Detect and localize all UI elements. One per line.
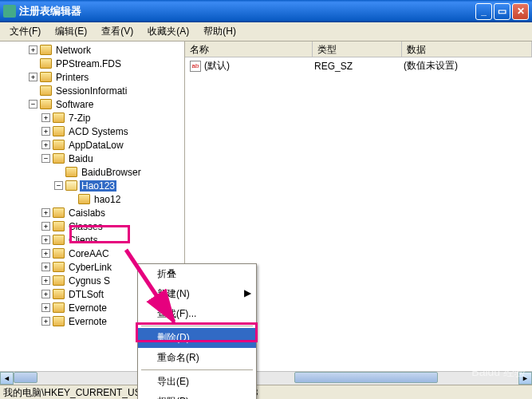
menu-help[interactable]: 帮助(H) [197,23,242,40]
expand-icon[interactable]: + [41,317,50,326]
collapse-icon[interactable]: − [41,154,50,163]
folder-icon [53,248,65,259]
scroll-thumb[interactable] [14,372,37,383]
node-label: CoreAAC [67,248,111,259]
node-label: 7-Zip [67,113,92,124]
node-label: Printers [54,72,90,83]
expand-spacer [29,86,37,95]
value-name: (默认) [204,59,314,73]
close-button[interactable]: ✕ [512,3,529,20]
folder-icon [40,72,52,82]
collapse-icon[interactable]: − [29,100,37,109]
tree-node[interactable]: +Clients [3,233,184,247]
tree-node[interactable]: +Classes [3,219,184,233]
cm-export[interactable]: 导出(E) [138,372,256,392]
expand-icon[interactable]: + [41,127,50,136]
node-label: hao12 [93,194,122,205]
list-row[interactable]: ab (默认) REG_SZ (数值未设置) [185,57,532,74]
tree-node[interactable]: +Printers [3,70,184,84]
expand-icon[interactable]: + [41,113,50,122]
node-label: Cygnus S [67,275,112,286]
node-label: Clients [67,235,100,246]
node-label: ACD Systems [67,126,130,137]
folder-icon [53,316,65,326]
cm-permissions[interactable]: 权限(P)... [138,392,256,399]
folder-icon [53,275,65,286]
minimize-button[interactable]: _ [475,3,492,20]
folder-icon [53,262,65,272]
tree-node[interactable]: −Baidu [3,152,184,165]
tree-node[interactable]: +AppDataLow [3,138,184,152]
tree-node[interactable]: +ACD Systems [3,124,184,138]
expand-icon[interactable]: + [41,208,50,217]
folder-icon [53,221,65,231]
folder-icon [40,45,52,55]
menu-view[interactable]: 查看(V) [95,23,140,40]
expand-icon[interactable]: + [41,290,50,298]
node-label: AppDataLow [67,140,125,151]
tree-node[interactable]: −Hao123 [3,179,184,192]
expand-icon[interactable]: + [41,249,50,258]
window-buttons: _ ▭ ✕ [475,3,529,20]
expand-icon[interactable]: + [29,45,37,54]
menu-file[interactable]: 文件(F) [3,23,47,40]
expand-icon[interactable]: + [41,140,50,149]
value-data: (数值未设置) [404,59,458,73]
folder-icon [53,126,65,136]
folder-icon [40,99,52,109]
scroll-right-button[interactable]: ► [518,372,532,385]
node-label: Network [54,45,93,56]
expand-icon[interactable]: + [29,73,37,81]
cm-rename[interactable]: 重命名(R) [138,348,256,368]
separator [141,326,253,326]
node-label: BaiduBrowser [80,167,143,178]
tree-node[interactable]: BaiduBrowser [3,165,184,179]
node-label: PPStream.FDS [54,58,123,69]
string-value-icon: ab [190,61,201,72]
node-label: Hao123 [80,180,116,192]
separator [141,369,253,370]
column-data[interactable]: 数据 [402,41,532,57]
scroll-thumb[interactable] [294,372,438,383]
cm-new-label: 新建(N) [157,288,190,299]
tree-node[interactable]: +7-Zip [3,111,184,124]
column-name[interactable]: 名称 [185,41,313,57]
node-label: Caislabs [67,207,107,219]
expand-spacer [54,168,63,176]
tree-node[interactable]: +Caislabs [3,206,184,219]
expand-icon[interactable]: + [41,263,50,271]
tree-node[interactable]: SessionInformati [3,84,184,97]
folder-icon [53,113,65,123]
node-label: DTLSoft [67,289,105,300]
tree-node[interactable]: +Network [3,43,184,57]
tree-node[interactable]: PPStream.FDS [3,57,184,70]
column-type[interactable]: 类型 [313,41,402,57]
submenu-arrow-icon: ▶ [244,287,251,298]
cm-collapse[interactable]: 折叠 [138,264,256,284]
expand-icon[interactable]: + [41,276,50,285]
collapse-icon[interactable]: − [54,181,63,190]
statusbar: 我的电脑\HKEY_CURRENT_USER\Software\Baidu\Ha… [0,385,532,399]
tree-node[interactable]: −Software [3,97,184,111]
cm-delete[interactable]: 删除(D) [138,328,256,348]
folder-icon [53,235,65,245]
node-label: Evernote [67,316,108,327]
tree-node[interactable]: +CoreAAC [3,247,184,260]
tree-node[interactable]: hao12 [3,192,184,206]
list-header: 名称 类型 数据 [185,41,532,57]
menu-edit[interactable]: 编辑(E) [49,23,93,40]
scroll-left-button[interactable]: ◄ [0,372,14,385]
app-icon [3,5,16,18]
expand-icon[interactable]: + [41,222,50,231]
cm-find[interactable]: 查找(F)... [138,304,256,324]
expand-spacer [29,59,37,68]
menu-favorites[interactable]: 收藏夹(A) [141,23,195,40]
value-type: REG_SZ [314,61,404,72]
node-label: Software [54,99,95,110]
cm-new[interactable]: 新建(N)▶ [138,284,256,304]
folder-icon [65,180,77,191]
expand-icon[interactable]: + [41,235,50,244]
maximize-button[interactable]: ▭ [494,3,510,20]
expand-icon[interactable]: + [41,303,50,312]
context-menu: 折叠 新建(N)▶ 查找(F)... 删除(D) 重命名(R) 导出(E) 权限… [137,263,257,399]
